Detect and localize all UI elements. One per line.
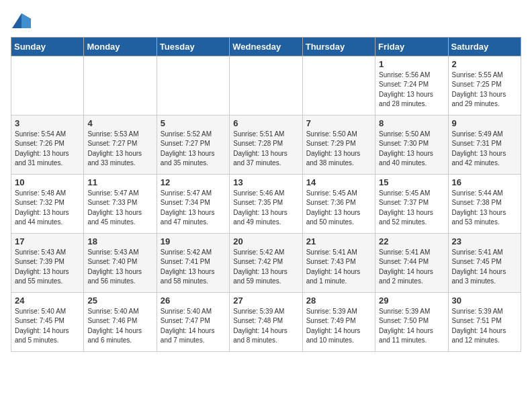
day-info: Sunrise: 5:41 AM Sunset: 7:45 PM Dayligh… <box>452 248 517 287</box>
calendar-cell: 8Sunrise: 5:50 AM Sunset: 7:30 PM Daylig… <box>375 115 448 174</box>
calendar-cell: 6Sunrise: 5:51 AM Sunset: 7:28 PM Daylig… <box>230 115 302 174</box>
day-info: Sunrise: 5:40 AM Sunset: 7:47 PM Dayligh… <box>161 307 226 346</box>
day-number: 5 <box>161 118 226 128</box>
day-number: 24 <box>15 295 80 306</box>
day-info: Sunrise: 5:56 AM Sunset: 7:24 PM Dayligh… <box>379 71 444 109</box>
day-info: Sunrise: 5:46 AM Sunset: 7:35 PM Dayligh… <box>233 189 298 228</box>
logo-icon <box>12 13 31 28</box>
day-info: Sunrise: 5:54 AM Sunset: 7:26 PM Dayligh… <box>15 130 80 169</box>
day-info: Sunrise: 5:49 AM Sunset: 7:31 PM Dayligh… <box>452 130 517 169</box>
day-number: 7 <box>306 118 371 128</box>
day-info: Sunrise: 5:51 AM Sunset: 7:28 PM Dayligh… <box>233 130 298 169</box>
day-number: 29 <box>379 295 444 306</box>
day-number: 2 <box>452 59 517 69</box>
calendar-cell: 18Sunrise: 5:43 AM Sunset: 7:40 PM Dayli… <box>84 233 157 292</box>
page-header <box>11 11 521 32</box>
day-number: 15 <box>379 177 444 187</box>
day-number: 13 <box>233 177 298 187</box>
calendar-cell: 28Sunrise: 5:39 AM Sunset: 7:49 PM Dayli… <box>302 292 375 351</box>
calendar-header-row: SundayMondayTuesdayWednesdayThursdayFrid… <box>11 37 521 56</box>
day-number: 20 <box>233 236 298 246</box>
calendar-week-5: 24Sunrise: 5:40 AM Sunset: 7:45 PM Dayli… <box>11 292 521 351</box>
day-info: Sunrise: 5:47 AM Sunset: 7:33 PM Dayligh… <box>87 189 152 228</box>
calendar-header-sunday: Sunday <box>11 37 84 56</box>
day-number: 6 <box>233 118 298 128</box>
calendar-cell: 7Sunrise: 5:50 AM Sunset: 7:29 PM Daylig… <box>302 115 375 174</box>
day-number: 10 <box>15 177 80 187</box>
day-info: Sunrise: 5:39 AM Sunset: 7:50 PM Dayligh… <box>379 307 444 346</box>
calendar-cell: 14Sunrise: 5:45 AM Sunset: 7:36 PM Dayli… <box>302 174 375 233</box>
calendar-cell: 9Sunrise: 5:49 AM Sunset: 7:31 PM Daylig… <box>448 115 521 174</box>
day-number: 14 <box>306 177 371 187</box>
calendar-cell: 23Sunrise: 5:41 AM Sunset: 7:45 PM Dayli… <box>448 233 521 292</box>
day-info: Sunrise: 5:42 AM Sunset: 7:41 PM Dayligh… <box>161 248 226 287</box>
calendar-cell <box>302 56 375 115</box>
day-info: Sunrise: 5:39 AM Sunset: 7:51 PM Dayligh… <box>452 307 517 346</box>
calendar-cell: 2Sunrise: 5:55 AM Sunset: 7:25 PM Daylig… <box>448 56 521 115</box>
calendar-header-thursday: Thursday <box>302 37 375 56</box>
calendar-header-monday: Monday <box>84 37 157 56</box>
day-number: 4 <box>87 118 152 128</box>
day-info: Sunrise: 5:42 AM Sunset: 7:42 PM Dayligh… <box>233 248 298 287</box>
calendar-cell: 20Sunrise: 5:42 AM Sunset: 7:42 PM Dayli… <box>230 233 302 292</box>
day-info: Sunrise: 5:52 AM Sunset: 7:27 PM Dayligh… <box>161 130 226 169</box>
calendar-header-friday: Friday <box>375 37 448 56</box>
calendar-cell <box>11 56 84 115</box>
day-number: 12 <box>161 177 226 187</box>
calendar-cell: 24Sunrise: 5:40 AM Sunset: 7:45 PM Dayli… <box>11 292 84 351</box>
day-info: Sunrise: 5:48 AM Sunset: 7:32 PM Dayligh… <box>15 189 80 228</box>
calendar-cell: 16Sunrise: 5:44 AM Sunset: 7:38 PM Dayli… <box>448 174 521 233</box>
day-number: 11 <box>87 177 152 187</box>
day-info: Sunrise: 5:55 AM Sunset: 7:25 PM Dayligh… <box>452 71 517 109</box>
calendar-cell <box>157 56 229 115</box>
calendar-cell: 11Sunrise: 5:47 AM Sunset: 7:33 PM Dayli… <box>84 174 157 233</box>
calendar-cell <box>230 56 302 115</box>
calendar-cell: 4Sunrise: 5:53 AM Sunset: 7:27 PM Daylig… <box>84 115 157 174</box>
calendar-cell: 21Sunrise: 5:41 AM Sunset: 7:43 PM Dayli… <box>302 233 375 292</box>
calendar-week-1: 1Sunrise: 5:56 AM Sunset: 7:24 PM Daylig… <box>11 56 521 115</box>
day-info: Sunrise: 5:43 AM Sunset: 7:40 PM Dayligh… <box>87 248 152 287</box>
calendar-cell: 30Sunrise: 5:39 AM Sunset: 7:51 PM Dayli… <box>448 292 521 351</box>
calendar-header-tuesday: Tuesday <box>157 37 229 56</box>
calendar-cell: 1Sunrise: 5:56 AM Sunset: 7:24 PM Daylig… <box>375 56 448 115</box>
day-number: 30 <box>452 295 517 306</box>
calendar-cell: 10Sunrise: 5:48 AM Sunset: 7:32 PM Dayli… <box>11 174 84 233</box>
day-number: 26 <box>161 295 226 306</box>
day-number: 8 <box>379 118 444 128</box>
day-info: Sunrise: 5:47 AM Sunset: 7:34 PM Dayligh… <box>161 189 226 228</box>
logo <box>11 13 31 32</box>
day-number: 23 <box>452 236 517 246</box>
calendar-cell: 13Sunrise: 5:46 AM Sunset: 7:35 PM Dayli… <box>230 174 302 233</box>
calendar-cell: 29Sunrise: 5:39 AM Sunset: 7:50 PM Dayli… <box>375 292 448 351</box>
calendar-cell: 27Sunrise: 5:39 AM Sunset: 7:48 PM Dayli… <box>230 292 302 351</box>
calendar-cell: 19Sunrise: 5:42 AM Sunset: 7:41 PM Dayli… <box>157 233 229 292</box>
calendar-week-4: 17Sunrise: 5:43 AM Sunset: 7:39 PM Dayli… <box>11 233 521 292</box>
day-info: Sunrise: 5:44 AM Sunset: 7:38 PM Dayligh… <box>452 189 517 228</box>
day-number: 22 <box>379 236 444 246</box>
day-number: 19 <box>161 236 226 246</box>
svg-marker-1 <box>21 13 31 28</box>
day-number: 16 <box>452 177 517 187</box>
day-info: Sunrise: 5:40 AM Sunset: 7:45 PM Dayligh… <box>15 307 80 346</box>
calendar-cell: 3Sunrise: 5:54 AM Sunset: 7:26 PM Daylig… <box>11 115 84 174</box>
day-info: Sunrise: 5:45 AM Sunset: 7:36 PM Dayligh… <box>306 189 371 228</box>
day-info: Sunrise: 5:50 AM Sunset: 7:29 PM Dayligh… <box>306 130 371 169</box>
day-info: Sunrise: 5:39 AM Sunset: 7:48 PM Dayligh… <box>233 307 298 346</box>
day-number: 18 <box>87 236 152 246</box>
calendar-cell: 26Sunrise: 5:40 AM Sunset: 7:47 PM Dayli… <box>157 292 229 351</box>
day-number: 9 <box>452 118 517 128</box>
calendar-table: SundayMondayTuesdayWednesdayThursdayFrid… <box>11 37 521 352</box>
calendar-cell: 17Sunrise: 5:43 AM Sunset: 7:39 PM Dayli… <box>11 233 84 292</box>
day-number: 28 <box>306 295 371 306</box>
calendar-header-wednesday: Wednesday <box>230 37 302 56</box>
day-info: Sunrise: 5:45 AM Sunset: 7:37 PM Dayligh… <box>379 189 444 228</box>
calendar-cell: 12Sunrise: 5:47 AM Sunset: 7:34 PM Dayli… <box>157 174 229 233</box>
day-info: Sunrise: 5:50 AM Sunset: 7:30 PM Dayligh… <box>379 130 444 169</box>
day-number: 17 <box>15 236 80 246</box>
calendar-cell: 15Sunrise: 5:45 AM Sunset: 7:37 PM Dayli… <box>375 174 448 233</box>
calendar-cell: 25Sunrise: 5:40 AM Sunset: 7:46 PM Dayli… <box>84 292 157 351</box>
day-info: Sunrise: 5:40 AM Sunset: 7:46 PM Dayligh… <box>87 307 152 346</box>
day-number: 21 <box>306 236 371 246</box>
calendar-cell: 22Sunrise: 5:41 AM Sunset: 7:44 PM Dayli… <box>375 233 448 292</box>
day-number: 3 <box>15 118 80 128</box>
